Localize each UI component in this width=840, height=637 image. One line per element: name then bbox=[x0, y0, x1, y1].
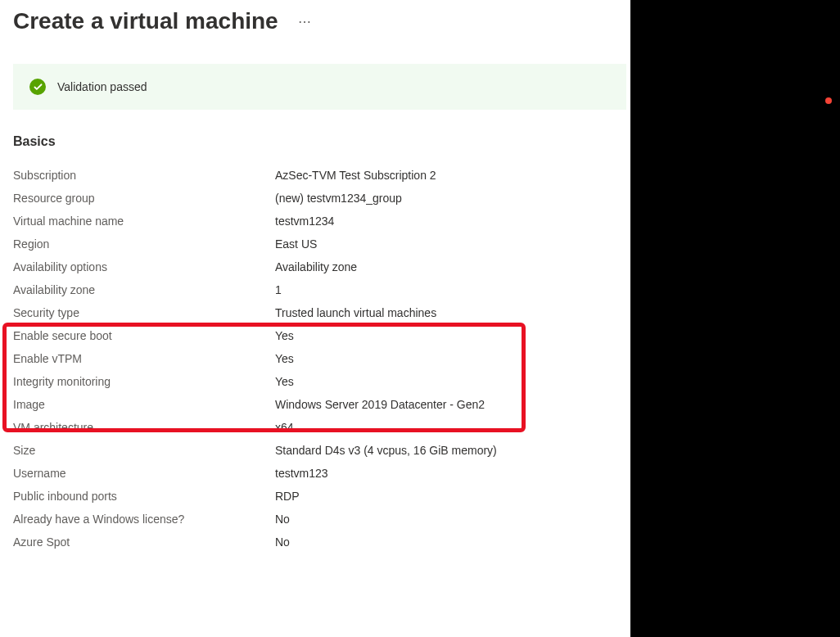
row-vm-architecture: VM architecture x64 bbox=[13, 416, 630, 439]
validation-banner: Validation passed bbox=[13, 64, 626, 110]
row-integrity-monitoring: Integrity monitoring Yes bbox=[13, 370, 630, 393]
value-public-inbound-ports: RDP bbox=[275, 490, 630, 503]
row-size: Size Standard D4s v3 (4 vcpus, 16 GiB me… bbox=[13, 439, 630, 462]
label-enable-secure-boot: Enable secure boot bbox=[13, 329, 275, 342]
value-windows-license: No bbox=[275, 513, 630, 526]
label-enable-vtpm: Enable vTPM bbox=[13, 352, 275, 365]
check-icon bbox=[29, 79, 46, 95]
row-public-inbound-ports: Public inbound ports RDP bbox=[13, 485, 630, 508]
row-availability-zone: Availability zone 1 bbox=[13, 278, 630, 301]
label-security-type: Security type bbox=[13, 306, 275, 319]
value-availability-options: Availability zone bbox=[275, 260, 630, 273]
label-vm-name: Virtual machine name bbox=[13, 215, 275, 228]
value-vm-architecture: x64 bbox=[275, 421, 630, 434]
row-azure-spot: Azure Spot No bbox=[13, 531, 630, 553]
label-integrity-monitoring: Integrity monitoring bbox=[13, 375, 275, 388]
value-size: Standard D4s v3 (4 vcpus, 16 GiB memory) bbox=[275, 444, 630, 457]
value-subscription: AzSec-TVM Test Subscription 2 bbox=[275, 169, 630, 182]
value-enable-secure-boot: Yes bbox=[275, 329, 630, 342]
value-availability-zone: 1 bbox=[275, 283, 630, 296]
row-windows-license: Already have a Windows license? No bbox=[13, 508, 630, 531]
red-dot-indicator bbox=[825, 97, 832, 104]
row-enable-vtpm: Enable vTPM Yes bbox=[13, 347, 630, 370]
row-enable-secure-boot: Enable secure boot Yes bbox=[13, 324, 630, 347]
label-vm-architecture: VM architecture bbox=[13, 421, 275, 434]
row-security-type: Security type Trusted launch virtual mac… bbox=[13, 301, 630, 324]
value-azure-spot: No bbox=[275, 535, 630, 549]
row-username: Username testvm123 bbox=[13, 462, 630, 485]
row-availability-options: Availability options Availability zone bbox=[13, 255, 630, 278]
more-icon[interactable]: ⋯ bbox=[298, 14, 312, 29]
row-resource-group: Resource group (new) testvm1234_group bbox=[13, 187, 630, 210]
label-availability-zone: Availability zone bbox=[13, 283, 275, 296]
label-region: Region bbox=[13, 237, 275, 251]
value-integrity-monitoring: Yes bbox=[275, 375, 630, 388]
main-content: Create a virtual machine ⋯ Validation pa… bbox=[0, 0, 630, 637]
label-azure-spot: Azure Spot bbox=[13, 535, 275, 549]
label-windows-license: Already have a Windows license? bbox=[13, 513, 275, 526]
label-availability-options: Availability options bbox=[13, 260, 275, 273]
basics-details: Subscription AzSec-TVM Test Subscription… bbox=[13, 164, 630, 553]
value-region: East US bbox=[275, 237, 630, 251]
label-public-inbound-ports: Public inbound ports bbox=[13, 490, 275, 503]
label-size: Size bbox=[13, 444, 275, 457]
value-resource-group: (new) testvm1234_group bbox=[275, 192, 630, 205]
section-title-basics: Basics bbox=[13, 134, 630, 149]
label-subscription: Subscription bbox=[13, 169, 275, 182]
label-username: Username bbox=[13, 467, 275, 480]
page-title: Create a virtual machine bbox=[13, 8, 278, 34]
row-subscription: Subscription AzSec-TVM Test Subscription… bbox=[13, 164, 630, 187]
label-resource-group: Resource group bbox=[13, 192, 275, 205]
value-enable-vtpm: Yes bbox=[275, 352, 630, 365]
right-panel bbox=[630, 0, 840, 637]
value-security-type: Trusted launch virtual machines bbox=[275, 306, 630, 319]
value-username: testvm123 bbox=[275, 467, 630, 480]
label-image: Image bbox=[13, 398, 275, 411]
row-region: Region East US bbox=[13, 233, 630, 255]
value-vm-name: testvm1234 bbox=[275, 215, 630, 228]
value-image: Windows Server 2019 Datacenter - Gen2 bbox=[275, 398, 630, 411]
row-image: Image Windows Server 2019 Datacenter - G… bbox=[13, 393, 630, 416]
row-vm-name: Virtual machine name testvm1234 bbox=[13, 210, 630, 233]
validation-message: Validation passed bbox=[57, 80, 147, 93]
page-header: Create a virtual machine ⋯ bbox=[13, 8, 630, 34]
